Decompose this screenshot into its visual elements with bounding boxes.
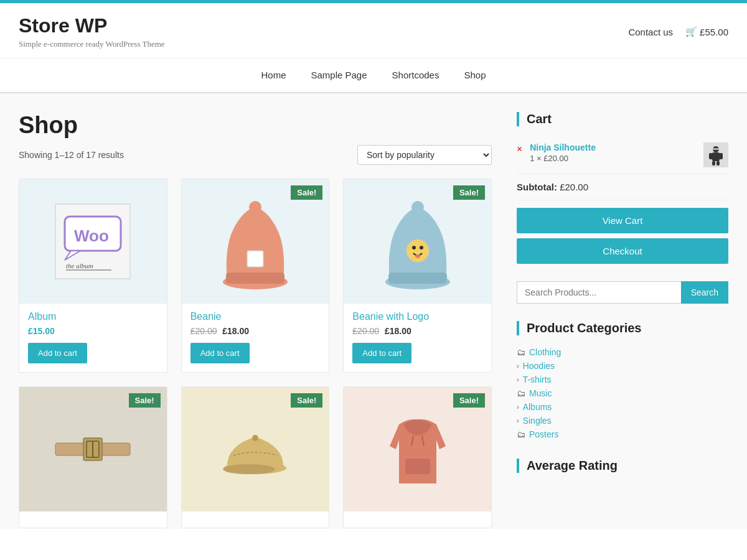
product-image-album: Woo the album bbox=[19, 179, 167, 304]
svg-point-9 bbox=[249, 201, 261, 213]
product-card-beanie: Sale! Beanie bbox=[181, 179, 330, 373]
category-list: 🗂 Clothing › Hoodies › T-shirts 🗂 Music … bbox=[517, 345, 728, 441]
add-to-cart-beanie[interactable]: Add to cart bbox=[190, 343, 250, 363]
cart-subtotal-value: £20.00 bbox=[560, 182, 588, 192]
svg-point-16 bbox=[411, 201, 424, 213]
product-image-beanie: Sale! bbox=[182, 179, 329, 304]
view-cart-button[interactable]: View Cart bbox=[517, 208, 728, 233]
product-name-album[interactable]: Album bbox=[28, 311, 158, 322]
product-price-beanie: £20.00 £18.00 bbox=[190, 326, 321, 337]
category-hoodies-link[interactable]: Hoodies bbox=[523, 361, 555, 371]
content-area: Shop Showing 1–12 of 17 results Sort by … bbox=[19, 112, 517, 529]
svg-point-15 bbox=[415, 254, 420, 258]
cart-link[interactable]: 🛒 £55.00 bbox=[685, 26, 728, 37]
sidebar: Cart × Ninja Silhouette 1 × £20.00 bbox=[517, 112, 728, 529]
cart-item-details: Ninja Silhouette 1 × £20.00 bbox=[530, 142, 696, 163]
cart-item-name: Ninja Silhouette bbox=[530, 142, 696, 152]
cart-item-remove[interactable]: × bbox=[517, 144, 522, 155]
site-title: Store WP bbox=[19, 14, 165, 37]
product-name-beanie-logo[interactable]: Beanie with Logo bbox=[352, 311, 482, 322]
avg-rating-widget: Average Rating bbox=[517, 459, 728, 473]
category-posters: 🗂 Posters bbox=[517, 427, 728, 441]
category-posters-link[interactable]: Posters bbox=[529, 429, 558, 439]
cart-subtotal: Subtotal: £20.00 bbox=[517, 174, 728, 200]
product-card-cap: Sale! bbox=[181, 386, 330, 528]
category-music-link[interactable]: Music bbox=[529, 388, 552, 398]
cart-amount: £55.00 bbox=[700, 27, 728, 37]
search-button[interactable]: Search bbox=[681, 281, 728, 304]
main-container: Shop Showing 1–12 of 17 results Sort by … bbox=[0, 93, 747, 529]
cart-item-thumb bbox=[703, 142, 728, 167]
nav-item-shop[interactable]: Shop bbox=[464, 70, 486, 80]
nav-item-sample-page[interactable]: Sample Page bbox=[311, 70, 367, 80]
sale-badge-beanie: Sale! bbox=[291, 185, 322, 200]
results-count: Showing 1–12 of 17 results bbox=[19, 150, 124, 160]
product-card-belt: Sale! bbox=[19, 386, 167, 528]
site-header: Store WP Simple e-commerce ready WordPre… bbox=[0, 3, 747, 58]
product-info-album: Album £15.00 Add to cart bbox=[19, 304, 167, 372]
price-original-beanie: £20.00 bbox=[190, 326, 217, 336]
search-form: Search bbox=[517, 281, 728, 304]
svg-rect-7 bbox=[226, 273, 284, 284]
categories-title: Product Categories bbox=[517, 321, 728, 335]
add-to-cart-beanie-logo[interactable]: Add to cart bbox=[352, 343, 411, 363]
cart-item: × Ninja Silhouette 1 × £20.00 bbox=[517, 136, 728, 174]
product-info-cap bbox=[182, 511, 329, 528]
checkout-button[interactable]: Checkout bbox=[517, 238, 728, 264]
svg-point-14 bbox=[420, 246, 423, 250]
category-albums: › Albums bbox=[517, 400, 728, 414]
category-singles-link[interactable]: Singles bbox=[523, 416, 552, 426]
arrow-singles: › bbox=[517, 417, 519, 424]
product-price-beanie-logo: £20.00 £18.00 bbox=[352, 326, 482, 337]
svg-rect-34 bbox=[713, 148, 719, 150]
site-branding: Store WP Simple e-commerce ready WordPre… bbox=[19, 14, 165, 49]
contact-link[interactable]: Contact us bbox=[628, 27, 673, 37]
svg-text:Woo: Woo bbox=[74, 226, 109, 245]
svg-rect-29 bbox=[712, 152, 720, 161]
category-hoodies: › Hoodies bbox=[517, 359, 728, 373]
cart-widget-title: Cart bbox=[517, 112, 728, 126]
product-image-cap: Sale! bbox=[182, 387, 329, 511]
product-card-album: Woo the album Album £15.00 Add to cart bbox=[19, 179, 167, 373]
folder-icon-posters: 🗂 bbox=[517, 429, 525, 439]
product-info-belt bbox=[19, 511, 167, 528]
folder-icon-music: 🗂 bbox=[517, 388, 525, 398]
svg-rect-32 bbox=[712, 161, 715, 166]
search-widget: Search bbox=[517, 281, 728, 304]
cart-icon: 🛒 bbox=[685, 26, 697, 37]
nav-item-shortcodes[interactable]: Shortcodes bbox=[392, 70, 439, 80]
category-music: 🗂 Music bbox=[517, 386, 728, 400]
svg-rect-11 bbox=[388, 273, 447, 284]
arrow-tshirts: › bbox=[517, 376, 519, 383]
shop-results-bar: Showing 1–12 of 17 results Sort by popul… bbox=[19, 145, 492, 165]
price-sale-beanie: £18.00 bbox=[222, 326, 249, 336]
nav-item-home[interactable]: Home bbox=[261, 70, 286, 80]
product-image-hoodie: Sale! bbox=[344, 387, 491, 511]
site-tagline: Simple e-commerce ready WordPress Theme bbox=[19, 39, 165, 49]
sale-badge-belt: Sale! bbox=[129, 393, 161, 408]
folder-icon-clothing: 🗂 bbox=[517, 347, 525, 357]
sort-select[interactable]: Sort by popularity Sort by latest Sort b… bbox=[357, 145, 492, 165]
arrow-hoodies: › bbox=[517, 362, 519, 370]
product-card-beanie-logo: Sale! bbox=[343, 179, 492, 373]
arrow-albums: › bbox=[517, 403, 519, 411]
sale-badge-hoodie: Sale! bbox=[453, 393, 485, 408]
sale-badge-cap: Sale! bbox=[291, 393, 322, 408]
product-info-hoodie bbox=[344, 511, 491, 528]
add-to-cart-album[interactable]: Add to cart bbox=[28, 343, 87, 363]
category-clothing-link[interactable]: Clothing bbox=[529, 347, 561, 357]
svg-point-13 bbox=[412, 246, 416, 250]
cart-item-qty: 1 × £20.00 bbox=[530, 154, 696, 163]
product-card-hoodie: Sale! bbox=[343, 386, 492, 528]
cart-widget: Cart × Ninja Silhouette 1 × £20.00 bbox=[517, 112, 728, 264]
svg-rect-24 bbox=[405, 459, 430, 474]
header-right: Contact us 🛒 £55.00 bbox=[628, 26, 728, 37]
search-input[interactable] bbox=[517, 281, 681, 304]
svg-point-12 bbox=[406, 240, 429, 262]
product-grid: Woo the album Album £15.00 Add to cart bbox=[19, 179, 492, 528]
product-name-beanie[interactable]: Beanie bbox=[190, 311, 321, 322]
avg-rating-title: Average Rating bbox=[517, 459, 728, 473]
shop-heading: Shop bbox=[19, 112, 492, 139]
category-albums-link[interactable]: Albums bbox=[523, 402, 552, 412]
category-tshirts-link[interactable]: T-shirts bbox=[523, 375, 552, 385]
